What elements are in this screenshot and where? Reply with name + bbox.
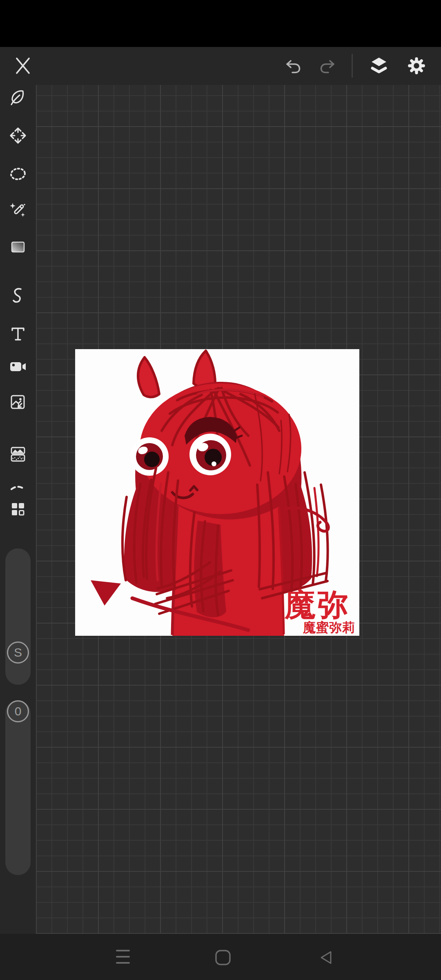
status-bar xyxy=(0,0,441,47)
brush-size-slider-thumb[interactable]: S xyxy=(7,641,29,664)
nav-menu-button[interactable] xyxy=(115,948,131,966)
nav-home-button[interactable] xyxy=(215,949,231,966)
settings-button[interactable] xyxy=(406,56,427,76)
gradient-tool-button[interactable] xyxy=(8,237,28,257)
undo-button[interactable] xyxy=(285,57,303,76)
filter-tool-button[interactable] xyxy=(8,444,28,464)
move-arrows-icon xyxy=(8,126,28,145)
materials-tool-button[interactable] xyxy=(8,499,28,519)
partial-tool-button[interactable] xyxy=(8,483,28,491)
menu-lines-icon xyxy=(115,948,131,966)
close-button[interactable] xyxy=(11,54,34,77)
s-curve-icon xyxy=(8,286,28,306)
image-import-tool-button[interactable] xyxy=(8,392,28,412)
magic-wand-icon xyxy=(8,200,28,220)
blocks-grid-icon xyxy=(8,499,28,519)
text-tool-button[interactable] xyxy=(8,324,28,344)
brush-tool-button[interactable] xyxy=(8,87,28,107)
video-tool-button[interactable] xyxy=(8,357,28,376)
canvas-workspace[interactable]: 魔弥 魔蜜弥莉 xyxy=(36,85,441,934)
gradient-swatch-icon xyxy=(8,237,28,257)
gear-icon xyxy=(406,56,427,76)
tool-sidebar: S 0 xyxy=(0,85,36,934)
curve-tool-button[interactable] xyxy=(8,286,28,306)
home-squircle-icon xyxy=(215,949,231,966)
text-t-icon xyxy=(8,324,28,344)
redo-button[interactable] xyxy=(317,57,336,76)
video-camera-icon xyxy=(8,357,28,376)
artwork-devil-drawing: 魔弥 魔蜜弥莉 xyxy=(75,349,359,636)
brush-size-label: S xyxy=(14,646,22,659)
lasso-tool-button[interactable] xyxy=(8,164,28,183)
drawing-canvas[interactable]: 魔弥 魔蜜弥莉 xyxy=(75,349,359,636)
android-nav-bar xyxy=(0,934,441,980)
top-toolbar xyxy=(0,47,441,85)
artwork-signature: 魔蜜弥莉 xyxy=(303,620,355,635)
leaf-brush-icon xyxy=(8,87,28,107)
brush-size-slider[interactable] xyxy=(5,548,31,685)
move-tool-button[interactable] xyxy=(8,126,28,145)
toolbar-divider xyxy=(352,54,353,78)
nav-back-button[interactable] xyxy=(318,949,334,966)
magic-wand-tool-button[interactable] xyxy=(8,200,28,220)
drawing-app-screen: { "topbar": { "buttons": [ {"name": "clo… xyxy=(0,0,441,980)
opacity-slider[interactable] xyxy=(5,700,31,875)
image-arrow-icon xyxy=(8,392,28,412)
opacity-label: 0 xyxy=(15,704,22,718)
redo-arrow-icon xyxy=(317,57,336,76)
opacity-slider-thumb[interactable]: 0 xyxy=(7,700,29,722)
left-eye xyxy=(130,437,169,476)
close-x-icon xyxy=(11,54,34,77)
dashed-arc-icon xyxy=(8,483,28,491)
artwork-title: 魔弥 xyxy=(284,587,350,622)
content-area: 魔弥 魔蜜弥莉 xyxy=(0,85,441,934)
layers-button[interactable] xyxy=(369,56,389,76)
layers-icon xyxy=(369,56,389,76)
filter-frames-icon xyxy=(8,444,28,464)
dashed-lasso-icon xyxy=(8,164,28,183)
back-triangle-icon xyxy=(318,949,334,966)
undo-arrow-icon xyxy=(285,57,303,76)
